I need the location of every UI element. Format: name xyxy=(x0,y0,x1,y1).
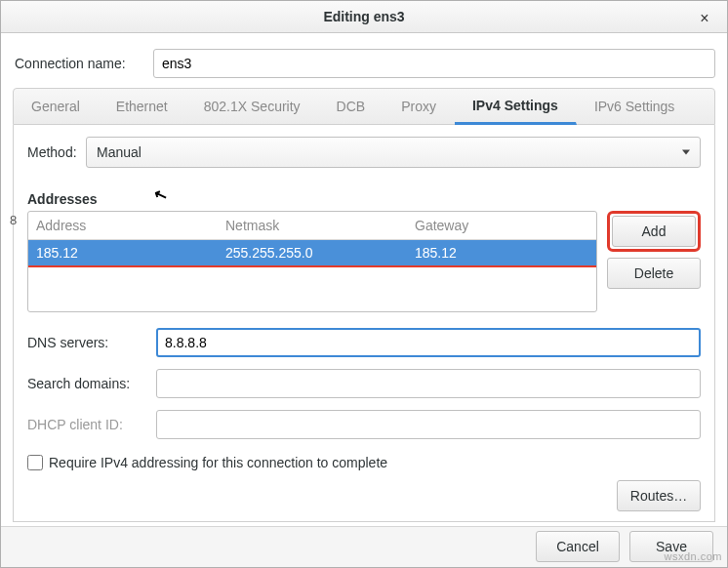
routes-button[interactable]: Routes… xyxy=(617,480,701,511)
addresses-container: 8 Address Netmask Gateway 185.12 255.255… xyxy=(27,211,701,312)
connection-name-label: Connection name: xyxy=(13,56,153,71)
col-gateway: Gateway xyxy=(407,212,596,239)
method-select[interactable]: Manual xyxy=(86,137,701,168)
row-netmask[interactable]: 255.255.255.0 xyxy=(218,240,407,265)
search-row: Search domains: xyxy=(27,369,701,398)
add-button[interactable]: Add xyxy=(612,216,696,247)
tab-ipv6-settings[interactable]: IPv6 Settings xyxy=(577,89,694,124)
require-ipv4-row: Require IPv4 addressing for this connect… xyxy=(27,455,701,470)
dhcp-client-id-input xyxy=(156,410,701,439)
dhcp-row: DHCP client ID: xyxy=(27,410,701,439)
addresses-buttons: Add Delete xyxy=(607,211,701,312)
tab-dcb[interactable]: DCB xyxy=(319,89,384,124)
addresses-header: Address Netmask Gateway xyxy=(28,212,596,240)
delete-button[interactable]: Delete xyxy=(607,258,701,289)
addresses-label: Addresses ↖ xyxy=(27,191,701,207)
dialog-window: Editing ens3 × Connection name: General … xyxy=(0,0,728,568)
table-row[interactable]: 185.12 255.255.255.0 185.12 xyxy=(28,240,596,267)
tab-proxy[interactable]: Proxy xyxy=(384,89,455,124)
search-label: Search domains: xyxy=(27,376,156,391)
dns-row: DNS servers: xyxy=(27,328,701,357)
routes-row: Routes… xyxy=(27,480,701,511)
col-netmask: Netmask xyxy=(218,212,407,239)
dialog-footer: Cancel Save xyxy=(1,526,727,567)
tab-general[interactable]: General xyxy=(14,89,99,124)
method-row: Method: Manual xyxy=(27,137,701,168)
tabs: General Ethernet 802.1X Security DCB Pro… xyxy=(13,88,715,125)
dns-input[interactable] xyxy=(156,328,701,357)
search-domains-input[interactable] xyxy=(156,369,701,398)
watermark: wsxdn.com xyxy=(664,550,722,562)
titlebar: Editing ens3 × xyxy=(1,1,727,33)
row-gateway[interactable]: 185.12 xyxy=(407,240,596,265)
chevron-down-icon xyxy=(682,149,690,154)
method-value: Manual xyxy=(97,144,142,160)
addresses-side-label: 8 xyxy=(10,213,17,227)
row-address[interactable]: 185.12 xyxy=(28,240,218,265)
method-label: Method: xyxy=(27,144,86,160)
addresses-table[interactable]: Address Netmask Gateway 185.12 255.255.2… xyxy=(27,211,597,312)
window-title: Editing ens3 xyxy=(323,9,404,24)
content: Connection name: General Ethernet 802.1X… xyxy=(1,33,727,526)
add-button-highlight: Add xyxy=(607,211,701,252)
require-ipv4-label: Require IPv4 addressing for this connect… xyxy=(49,455,387,470)
tab-ipv4-settings[interactable]: IPv4 Settings xyxy=(455,89,577,125)
addresses-heading: Addresses xyxy=(27,191,98,207)
col-address: Address xyxy=(28,212,218,239)
tab-ethernet[interactable]: Ethernet xyxy=(99,89,186,124)
close-icon[interactable]: × xyxy=(694,9,715,30)
cursor-icon: ↖ xyxy=(151,183,170,205)
require-ipv4-checkbox[interactable] xyxy=(27,455,43,470)
cancel-button[interactable]: Cancel xyxy=(536,531,620,562)
connection-name-input[interactable] xyxy=(153,49,715,78)
connection-name-row: Connection name: xyxy=(13,49,715,78)
ipv4-panel: Method: Manual Addresses ↖ 8 Address Net… xyxy=(13,125,715,522)
tab-8021x-security[interactable]: 802.1X Security xyxy=(186,89,319,124)
dhcp-label: DHCP client ID: xyxy=(27,417,156,432)
dns-label: DNS servers: xyxy=(27,335,156,350)
